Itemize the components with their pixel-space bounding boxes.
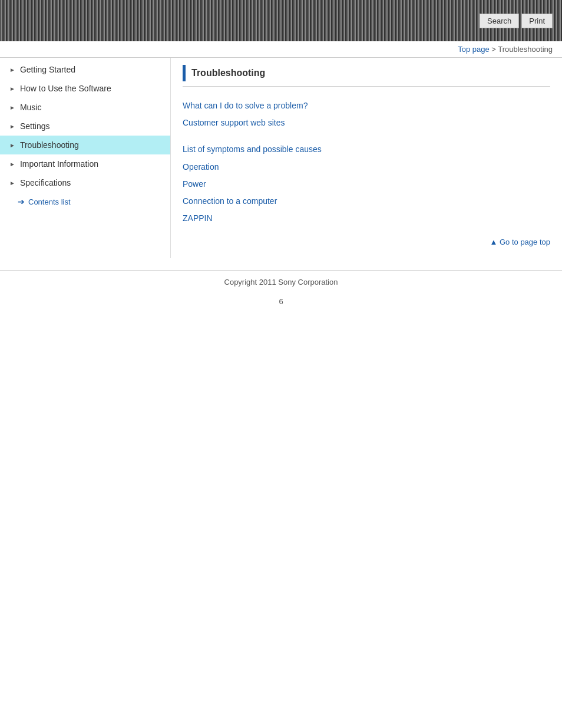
link-zappin[interactable]: ZAPPIN [183, 211, 550, 226]
sidebar-item-label: Troubleshooting [20, 140, 79, 150]
chevron-right-icon: ► [9, 142, 15, 149]
main-layout: ► Getting Started ► How to Use the Softw… [0, 57, 562, 258]
link-section-1: What can I do to solve a problem? Custom… [183, 98, 550, 130]
blue-bar-decoration [183, 65, 186, 81]
page-number: 6 [0, 294, 562, 309]
sidebar: ► Getting Started ► How to Use the Softw… [0, 58, 171, 258]
sidebar-item-music[interactable]: ► Music [0, 98, 170, 117]
chevron-right-icon: ► [9, 161, 15, 167]
link-operation[interactable]: Operation [183, 160, 550, 174]
footer: Copyright 2011 Sony Corporation [0, 270, 562, 294]
chevron-right-icon: ► [9, 104, 15, 111]
sidebar-item-getting-started[interactable]: ► Getting Started [0, 60, 170, 79]
sidebar-item-troubleshooting[interactable]: ► Troubleshooting [0, 136, 170, 154]
sidebar-item-label: Getting Started [20, 65, 75, 74]
chevron-right-icon: ► [9, 123, 15, 130]
sidebar-item-important-information[interactable]: ► Important Information [0, 154, 170, 173]
breadcrumb-separator: > [490, 45, 498, 54]
link-power[interactable]: Power [183, 177, 550, 192]
contents-list-label: Contents list [28, 197, 71, 206]
arrow-right-icon: ➔ [18, 197, 25, 206]
sidebar-item-label: How to Use the Software [20, 84, 111, 93]
contents-list-link[interactable]: ➔ Contents list [0, 192, 170, 211]
chevron-right-icon: ► [9, 67, 15, 73]
link-symptoms-causes[interactable]: List of symptoms and possible causes [183, 142, 550, 157]
search-button[interactable]: Search [480, 14, 519, 28]
sidebar-item-label: Specifications [20, 178, 71, 187]
link-section-2: List of symptoms and possible causes Ope… [183, 142, 550, 226]
breadcrumb-current: Troubleshooting [498, 45, 553, 54]
go-to-top-link[interactable]: ▲ Go to page top [490, 238, 551, 246]
chevron-right-icon: ► [9, 85, 15, 92]
link-customer-support[interactable]: Customer support web sites [183, 116, 550, 130]
sidebar-item-label: Music [20, 103, 42, 112]
breadcrumb: Top page > Troubleshooting [0, 41, 562, 57]
header-stripe: Search Print [0, 0, 562, 41]
content-area: Troubleshooting What can I do to solve a… [171, 58, 562, 258]
link-connection-computer[interactable]: Connection to a computer [183, 194, 550, 209]
chevron-right-icon: ► [9, 180, 15, 186]
go-to-top: ▲ Go to page top [183, 238, 550, 246]
link-solve-problem[interactable]: What can I do to solve a problem? [183, 98, 550, 113]
page-title: Troubleshooting [191, 68, 265, 78]
sidebar-item-settings[interactable]: ► Settings [0, 117, 170, 136]
sidebar-item-specifications[interactable]: ► Specifications [0, 173, 170, 192]
copyright-text: Copyright 2011 Sony Corporation [224, 278, 338, 286]
page-heading: Troubleshooting [183, 65, 550, 87]
sidebar-item-label: Important Information [20, 159, 98, 169]
sidebar-item-how-to-use-software[interactable]: ► How to Use the Software [0, 79, 170, 98]
print-button[interactable]: Print [521, 14, 553, 28]
sidebar-item-label: Settings [20, 121, 50, 131]
breadcrumb-top-link[interactable]: Top page [458, 45, 490, 54]
